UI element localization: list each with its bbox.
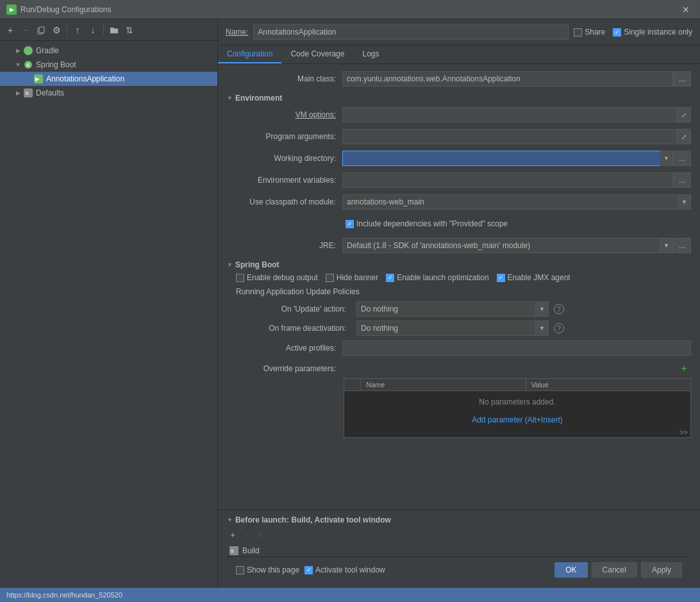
ok-button[interactable]: OK	[554, 562, 587, 578]
show-page-checkbox[interactable]	[236, 566, 244, 574]
close-button[interactable]: ✕	[678, 3, 694, 16]
show-page-label[interactable]: Show this page	[236, 565, 299, 574]
share-checkbox[interactable]	[574, 28, 582, 37]
enable-debug-text: Enable debug output	[247, 273, 318, 282]
environment-title: Environment	[235, 94, 282, 103]
cancel-button[interactable]: Cancel	[592, 562, 637, 578]
env-vars-input[interactable]	[342, 172, 673, 188]
active-profiles-input[interactable]	[342, 340, 691, 356]
include-deps-checkbox-label[interactable]: Include dependencies with "Provided" sco…	[346, 219, 508, 228]
jre-browse-button[interactable]: ...	[673, 238, 691, 253]
on-frame-help-icon[interactable]: ?	[554, 323, 564, 333]
name-input[interactable]	[253, 24, 569, 40]
tab-configuration[interactable]: Configuration	[218, 46, 281, 63]
jre-row: JRE: Default (1.8 - SDK of 'annotations-…	[227, 237, 691, 254]
enable-debug-label[interactable]: Enable debug output	[236, 273, 318, 282]
hide-banner-checkbox[interactable]	[326, 274, 334, 282]
share-checkbox-label[interactable]: Share	[574, 28, 605, 37]
vm-options-input[interactable]	[342, 107, 677, 122]
single-instance-checkbox[interactable]	[613, 28, 621, 37]
remove-config-button[interactable]: −	[19, 24, 32, 37]
dialog-title: Run/Debug Configurations	[21, 5, 111, 14]
working-dir-input[interactable]	[342, 151, 660, 166]
before-launch-add-button[interactable]: +	[227, 530, 238, 541]
program-args-expand-button[interactable]: ⤢	[677, 129, 691, 144]
single-instance-checkbox-label[interactable]: Single instance only	[613, 28, 692, 37]
tab-code-coverage[interactable]: Code Coverage	[281, 46, 353, 63]
gradle-icon	[23, 46, 33, 56]
add-parameter-link[interactable]: Add parameter (Alt+Insert)	[344, 413, 690, 427]
enable-launch-text: Enable launch optimization	[397, 273, 488, 282]
program-args-input[interactable]	[342, 129, 677, 144]
on-update-dropdown-button[interactable]: ▼	[536, 301, 549, 317]
on-frame-select[interactable]: Do nothing Update classes and resources …	[356, 321, 536, 336]
before-launch-edit-button[interactable]: ✎	[255, 530, 267, 541]
on-frame-row: On frame deactivation: Do nothing Update…	[236, 321, 691, 336]
jre-input-group: Default (1.8 - SDK of 'annotations-web_m…	[342, 238, 691, 253]
enable-launch-checkbox[interactable]	[386, 274, 394, 282]
title-bar-left: ▶ Run/Debug Configurations	[6, 4, 111, 15]
tree-item-gradle[interactable]: ▶ Gradle	[0, 44, 217, 58]
activate-window-checkbox[interactable]	[304, 566, 313, 574]
jre-dropdown-button[interactable]: ▼	[660, 238, 673, 253]
svg-text:▶: ▶	[35, 76, 40, 82]
build-icon: B	[229, 546, 238, 555]
spring-boot-checkboxes: Enable debug output Hide banner Enable l…	[227, 273, 691, 282]
enable-jmx-checkbox[interactable]	[497, 274, 505, 282]
sort-button[interactable]: ⇅	[123, 24, 136, 37]
enable-debug-checkbox[interactable]	[236, 274, 244, 282]
hide-banner-label[interactable]: Hide banner	[326, 273, 378, 282]
program-args-label: Program arguments:	[227, 132, 342, 141]
activate-window-label[interactable]: Activate tool window	[304, 565, 385, 574]
jre-select[interactable]: Default (1.8 - SDK of 'annotations-web_m…	[342, 238, 660, 253]
enable-jmx-label[interactable]: Enable JMX agent	[497, 273, 571, 282]
enable-launch-label[interactable]: Enable launch optimization	[386, 273, 488, 282]
settings-config-button[interactable]: ⚙	[50, 24, 63, 37]
apply-button[interactable]: Apply	[641, 562, 682, 578]
main-class-input[interactable]	[342, 71, 673, 87]
working-dir-dropdown-button[interactable]: ▼	[660, 151, 673, 166]
table-more-button[interactable]: >>	[344, 427, 690, 437]
add-parameter-button[interactable]: +	[677, 362, 691, 376]
hide-banner-text: Hide banner	[337, 273, 378, 282]
move-down-button[interactable]: ↓	[87, 24, 99, 37]
program-args-row: Program arguments: ⤢	[227, 128, 691, 145]
tree-item-annotations-app[interactable]: ▶ ▶ AnnotationsApplication	[0, 72, 217, 86]
tree-item-spring-boot[interactable]: ▼ S Spring Boot	[0, 58, 217, 72]
gradle-arrow: ▶	[13, 46, 23, 56]
move-to-folder-button[interactable]	[108, 24, 121, 37]
tree-item-defaults[interactable]: ▶ ⚙ Defaults	[0, 86, 217, 100]
on-update-select[interactable]: Do nothing Update classes and resources …	[356, 301, 536, 317]
annotations-app-label: AnnotationsApplication	[46, 74, 124, 83]
before-launch-down-button[interactable]: ↓	[283, 530, 295, 541]
copy-config-button[interactable]	[35, 24, 47, 37]
svg-rect-1	[39, 27, 44, 33]
add-config-button[interactable]: +	[4, 24, 17, 37]
on-update-help-icon[interactable]: ?	[554, 304, 564, 314]
table-header: Name Value	[344, 379, 690, 391]
annotations-app-icon: ▶	[33, 74, 44, 84]
program-args-input-group: ⤢	[342, 129, 691, 144]
spring-boot-section-arrow[interactable]: ▼	[227, 262, 233, 268]
spring-boot-label: Spring Boot	[36, 60, 76, 69]
left-panel: + − ⚙ ↑ ↓ ⇅	[0, 19, 218, 588]
table-col-check-header	[344, 379, 361, 390]
main-class-browse-button[interactable]: ...	[673, 71, 691, 87]
working-dir-browse-button[interactable]: ...	[673, 151, 691, 166]
move-up-button[interactable]: ↑	[71, 24, 84, 37]
classpath-dropdown-button[interactable]: ▼	[678, 194, 691, 210]
classpath-select[interactable]: annotations-web_main	[342, 194, 678, 210]
include-deps-checkbox[interactable]	[346, 220, 354, 228]
before-launch-arrow[interactable]: ▼	[227, 517, 233, 523]
vm-options-expand-button[interactable]: ⤢	[677, 107, 691, 122]
on-frame-dropdown-button[interactable]: ▼	[536, 321, 549, 336]
name-label: Name:	[226, 28, 248, 37]
activate-window-text: Activate tool window	[315, 565, 385, 574]
before-launch-up-button[interactable]: ↑	[269, 530, 281, 541]
env-vars-browse-button[interactable]: ...	[673, 172, 691, 188]
tab-logs[interactable]: Logs	[353, 46, 388, 63]
environment-arrow[interactable]: ▼	[227, 95, 233, 101]
main-class-label: Main class:	[227, 74, 342, 83]
spring-boot-icon: S	[23, 60, 33, 70]
before-launch-remove-button[interactable]: −	[241, 530, 253, 541]
